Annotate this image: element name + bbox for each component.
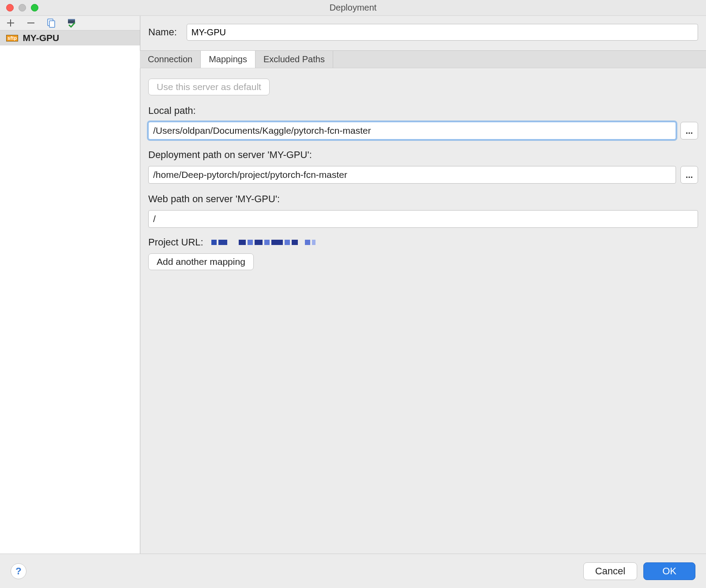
local-path-row: ... (148, 122, 698, 139)
add-icon[interactable] (4, 17, 17, 29)
tabs: Connection Mappings Excluded Paths (140, 50, 706, 68)
local-path-input[interactable] (148, 122, 676, 139)
deployment-window: Deployment sftp (0, 0, 706, 588)
project-url-value[interactable] (211, 240, 315, 245)
web-path-label: Web path on server 'MY-GPU': (148, 193, 698, 205)
project-url-row: Project URL: (148, 237, 698, 248)
body: sftp MY-GPU Name: Connection Mappings Ex… (0, 16, 706, 554)
remove-icon[interactable] (25, 17, 37, 29)
project-url-label: Project URL: (148, 237, 203, 248)
main-panel: Name: Connection Mappings Excluded Paths… (140, 16, 706, 554)
ok-button[interactable]: OK (643, 562, 695, 580)
name-row: Name: (140, 16, 706, 50)
tab-mappings[interactable]: Mappings (201, 51, 255, 68)
mappings-content: Use this server as default Local path: .… (140, 68, 706, 278)
server-item-label: MY-GPU (23, 33, 59, 43)
footer: ? Cancel OK (0, 554, 706, 588)
name-label: Name: (148, 26, 177, 38)
web-path-input[interactable] (148, 210, 698, 228)
svg-rect-1 (49, 21, 55, 27)
local-path-browse-button[interactable]: ... (680, 122, 698, 139)
svg-rect-3 (68, 19, 75, 20)
tab-connection[interactable]: Connection (140, 51, 201, 68)
copy-icon[interactable] (45, 17, 57, 29)
deploy-path-browse-button[interactable]: ... (680, 166, 698, 184)
name-input[interactable] (187, 24, 698, 41)
deploy-path-row: ... (148, 166, 698, 184)
use-as-default-button[interactable]: Use this server as default (148, 79, 270, 95)
deploy-path-input[interactable] (148, 166, 676, 184)
deploy-path-label: Deployment path on server 'MY-GPU': (148, 149, 698, 161)
sidebar: sftp MY-GPU (0, 16, 140, 554)
tab-excluded-paths[interactable]: Excluded Paths (255, 51, 333, 68)
help-button[interactable]: ? (11, 563, 26, 579)
server-item[interactable]: sftp MY-GPU (0, 30, 140, 45)
web-path-row (148, 210, 698, 228)
check-server-icon[interactable] (65, 17, 78, 29)
server-list: sftp MY-GPU (0, 30, 140, 554)
local-path-label: Local path: (148, 105, 698, 117)
sftp-icon: sftp (6, 35, 18, 41)
add-mapping-button[interactable]: Add another mapping (148, 253, 254, 270)
cancel-button[interactable]: Cancel (583, 562, 637, 580)
server-list-toolbar (0, 16, 140, 30)
titlebar: Deployment (0, 0, 706, 16)
window-title: Deployment (0, 3, 706, 13)
